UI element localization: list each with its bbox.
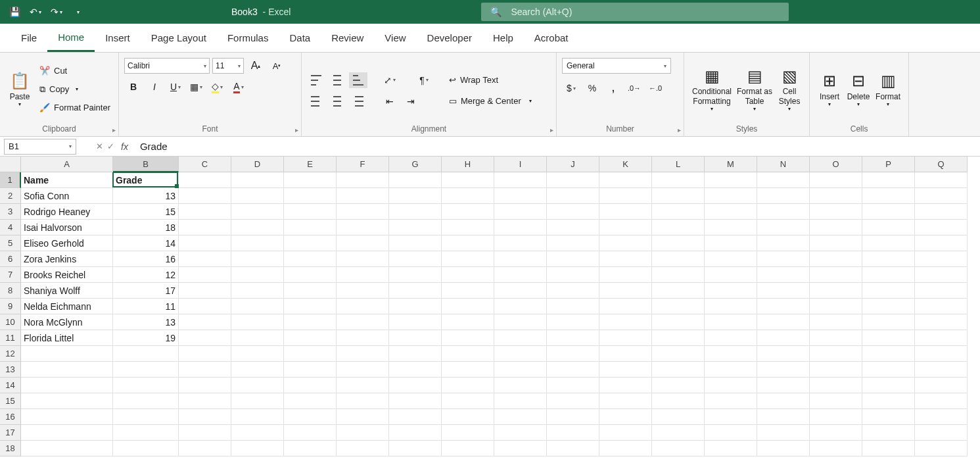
formula-input[interactable]: Grade [135,139,980,155]
cell-J1[interactable] [547,172,599,188]
insert-cells-button[interactable]: ⊞Insert▾ [815,61,844,118]
cell-G2[interactable] [389,188,442,204]
cell-M5[interactable] [705,235,757,251]
cell-E5[interactable] [284,235,337,251]
cell-A16[interactable] [21,409,113,425]
cell-N7[interactable] [757,267,810,283]
cell-G17[interactable] [389,425,442,441]
cell-O4[interactable] [810,220,862,235]
cell-M13[interactable] [705,362,757,378]
cell-C10[interactable] [179,314,231,330]
cell-D12[interactable] [231,346,284,362]
cell-C2[interactable] [179,188,231,204]
cell-B13[interactable] [113,362,179,378]
cell-P18[interactable] [862,441,915,456]
cell-A5[interactable]: Eliseo Gerhold [21,235,113,251]
format-painter-button[interactable]: 🖌️Format Painter [37,100,113,116]
cell-Q16[interactable] [915,409,968,425]
cell-N16[interactable] [757,409,810,425]
cell-O18[interactable] [810,441,862,456]
cell-I10[interactable] [494,314,547,330]
font-launcher[interactable]: ▸ [295,126,298,134]
cell-K8[interactable] [599,283,652,299]
cell-N17[interactable] [757,425,810,441]
decrease-indent-button[interactable]: ⇤ [381,93,399,109]
tab-insert[interactable]: Insert [95,24,141,52]
row-head-9[interactable]: 9 [0,299,21,314]
wrap-text-button[interactable]: ↩Wrap Text [446,72,534,88]
cell-I17[interactable] [494,425,547,441]
cell-K18[interactable] [599,441,652,456]
cell-H13[interactable] [442,362,494,378]
format-cells-button[interactable]: ▥Format▾ [873,61,903,118]
increase-font-button[interactable]: A▴ [246,58,265,74]
cell-M1[interactable] [705,172,757,188]
align-right-button[interactable] [349,93,367,109]
cell-K5[interactable] [599,235,652,251]
col-head-M[interactable]: M [705,157,757,172]
row-head-13[interactable]: 13 [0,362,21,378]
decrease-decimal-button[interactable]: ←.0 [646,80,665,96]
row-head-6[interactable]: 6 [0,251,21,267]
cell-G9[interactable] [389,299,442,314]
cell-N5[interactable] [757,235,810,251]
col-head-A[interactable]: A [21,157,113,172]
cell-G4[interactable] [389,220,442,235]
qat-customize-icon[interactable]: ▾ [68,3,87,21]
cell-L10[interactable] [652,314,705,330]
cell-M11[interactable] [705,330,757,346]
cell-K16[interactable] [599,409,652,425]
cell-D6[interactable] [231,251,284,267]
percent-button[interactable]: % [583,80,601,96]
cell-G18[interactable] [389,441,442,456]
cell-D16[interactable] [231,409,284,425]
cell-J8[interactable] [547,283,599,299]
cell-G11[interactable] [389,330,442,346]
cells-area[interactable]: NameGradeSofia Conn13Rodrigo Heaney15Isa… [21,172,968,456]
font-name-select[interactable]: Calibri▾ [124,58,210,74]
cell-J4[interactable] [547,220,599,235]
cell-A1[interactable]: Name [21,172,113,188]
row-head-5[interactable]: 5 [0,235,21,251]
cell-I1[interactable] [494,172,547,188]
cell-P17[interactable] [862,425,915,441]
cell-H12[interactable] [442,346,494,362]
cell-M2[interactable] [705,188,757,204]
cell-N8[interactable] [757,283,810,299]
cell-O13[interactable] [810,362,862,378]
conditional-formatting-button[interactable]: ▦Conditional Formatting▾ [689,61,734,118]
cell-J13[interactable] [547,362,599,378]
cell-K4[interactable] [599,220,652,235]
cell-P8[interactable] [862,283,915,299]
cell-A11[interactable]: Florida Littel [21,330,113,346]
cell-F6[interactable] [337,251,389,267]
cell-O8[interactable] [810,283,862,299]
row-head-18[interactable]: 18 [0,441,21,456]
italic-button[interactable]: I [145,79,164,95]
orientation-button[interactable]: ⤢ [381,72,399,88]
cell-H15[interactable] [442,393,494,409]
row-head-16[interactable]: 16 [0,409,21,425]
cell-D5[interactable] [231,235,284,251]
cell-A7[interactable]: Brooks Reichel [21,267,113,283]
cell-E10[interactable] [284,314,337,330]
cell-D9[interactable] [231,299,284,314]
search-input[interactable]: 🔍 Search (Alt+Q) [481,3,789,21]
cell-P12[interactable] [862,346,915,362]
cell-L5[interactable] [652,235,705,251]
cell-L13[interactable] [652,362,705,378]
cell-A3[interactable]: Rodrigo Heaney [21,204,113,220]
cell-P5[interactable] [862,235,915,251]
cell-O9[interactable] [810,299,862,314]
cell-D8[interactable] [231,283,284,299]
col-head-L[interactable]: L [652,157,705,172]
col-head-B[interactable]: B [113,157,179,172]
redo-button[interactable]: ↷▾ [47,3,66,21]
cell-K1[interactable] [599,172,652,188]
accounting-format-button[interactable]: $ [562,80,580,96]
select-all-triangle[interactable] [0,157,21,172]
cell-L18[interactable] [652,441,705,456]
font-color-button[interactable]: A [229,79,248,95]
cell-A10[interactable]: Nora McGlynn [21,314,113,330]
cell-I9[interactable] [494,299,547,314]
